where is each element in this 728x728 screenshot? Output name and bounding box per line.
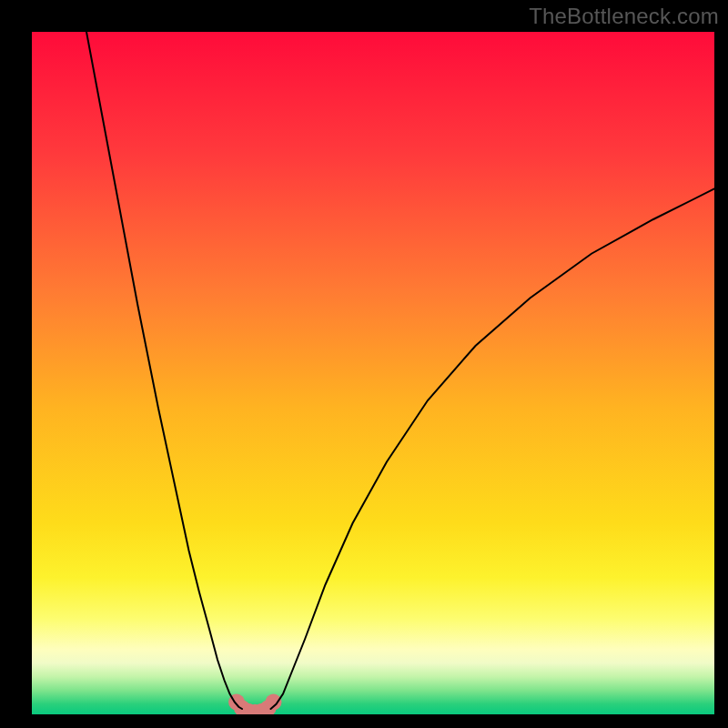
watermark-text: TheBottleneck.com <box>529 4 719 29</box>
left-curve <box>86 32 242 709</box>
right-curve <box>271 189 715 710</box>
svg-point-7 <box>266 694 282 711</box>
plot-area <box>32 32 714 714</box>
chart-frame: TheBottleneck.com <box>0 0 728 728</box>
curves-layer <box>32 32 714 714</box>
